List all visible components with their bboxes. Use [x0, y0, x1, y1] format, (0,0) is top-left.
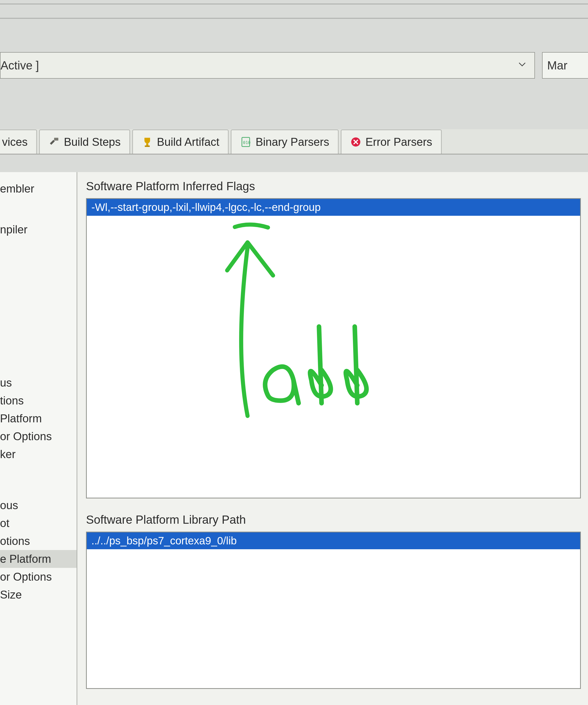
main-area: embler npiler us tions Platform or Optio…	[0, 172, 588, 705]
tree-node-options-2[interactable]: otions	[0, 532, 77, 550]
tree-node-linker[interactable]: ker	[0, 445, 77, 463]
manage-configurations-button[interactable]: Mar	[542, 52, 588, 79]
configuration-dropdown[interactable]: Active ]	[0, 52, 535, 79]
tab-error-parsers[interactable]: Error Parsers	[341, 130, 442, 154]
trophy-icon	[142, 136, 153, 148]
configuration-dropdown-label: Active ]	[1, 58, 39, 72]
settings-content: Software Platform Inferred Flags -Wl,--s…	[77, 172, 588, 705]
tab-binary-parsers-label: Binary Parsers	[255, 136, 329, 148]
tree-node-compiler[interactable]: npiler	[0, 221, 77, 238]
tree-node-miscellaneous-2[interactable]: ous	[0, 497, 77, 514]
tab-build-artifact[interactable]: Build Artifact	[132, 130, 229, 154]
tab-build-artifact-label: Build Artifact	[157, 136, 219, 148]
tab-devices-label: vices	[2, 136, 28, 148]
tree-node-options[interactable]: tions	[0, 392, 77, 410]
tree-node-miscellaneous[interactable]: us	[0, 374, 77, 392]
svg-rect-1	[146, 143, 148, 146]
inferred-flags-listbox[interactable]: -Wl,--start-group,-lxil,-llwip4,-lgcc,-l…	[86, 198, 581, 499]
tree-node-processor-options[interactable]: or Options	[0, 427, 77, 445]
library-path-row[interactable]: ../../ps_bsp/ps7_cortexa9_0/lib	[87, 532, 580, 549]
binary-file-icon: 010	[240, 136, 251, 148]
tab-binary-parsers[interactable]: 010 Binary Parsers	[231, 130, 339, 154]
tree-node-software-platform[interactable]: Platform	[0, 410, 77, 427]
annotation-add-arrow	[184, 217, 393, 441]
tabs-row: vices Build Steps Build Artifact 010 Bin…	[0, 129, 588, 154]
tab-build-steps[interactable]: Build Steps	[39, 130, 130, 154]
tab-devices[interactable]: vices	[0, 130, 37, 154]
chevron-down-icon	[518, 60, 527, 71]
window-divider-2	[0, 18, 588, 19]
error-icon	[350, 136, 361, 148]
inferred-flags-title: Software Platform Inferred Flags	[86, 179, 581, 193]
tree-node-script[interactable]: ot	[0, 514, 77, 532]
tree-node-processor-options-2[interactable]: or Options	[0, 568, 77, 586]
hammer-icon	[48, 136, 60, 148]
settings-tree[interactable]: embler npiler us tions Platform or Optio…	[0, 172, 77, 705]
tree-node-size[interactable]: Size	[0, 586, 77, 604]
svg-text:010: 010	[243, 140, 251, 145]
library-path-title: Software Platform Library Path	[86, 513, 581, 526]
tab-error-parsers-label: Error Parsers	[365, 136, 432, 148]
tree-node-assembler[interactable]: embler	[0, 180, 77, 198]
library-path-listbox[interactable]: ../../ps_bsp/ps7_cortexa9_0/lib	[86, 532, 581, 689]
tab-build-steps-label: Build Steps	[64, 136, 121, 148]
manage-configurations-label: Mar	[547, 58, 567, 72]
svg-rect-0	[54, 138, 58, 141]
configuration-row: Active ] Mar	[0, 52, 588, 79]
svg-rect-2	[145, 146, 150, 147]
tree-node-software-platform-2[interactable]: e Platform	[0, 550, 77, 568]
inferred-flags-row[interactable]: -Wl,--start-group,-lxil,-llwip4,-lgcc,-l…	[87, 199, 580, 216]
window-divider-1	[0, 4, 588, 5]
